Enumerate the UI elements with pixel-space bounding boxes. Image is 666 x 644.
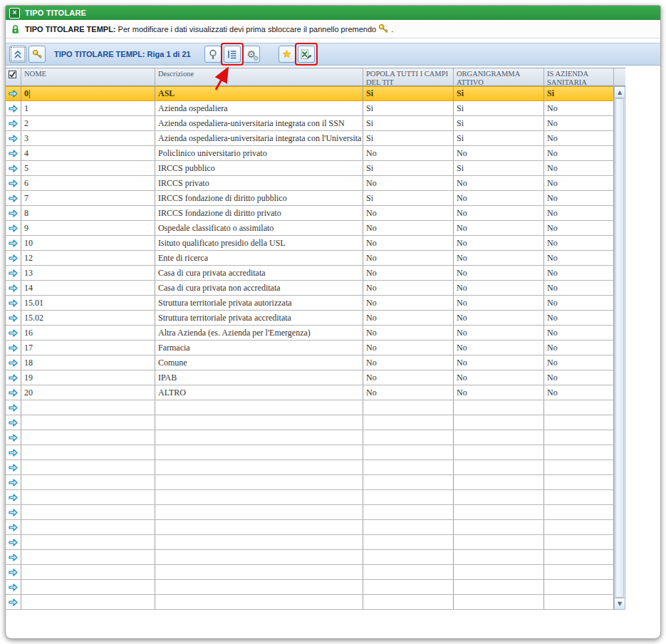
row-selector-arrow[interactable] — [6, 355, 21, 370]
scroll-down-button[interactable]: ▼ — [615, 598, 625, 609]
cell-descrizione[interactable]: Casa di cura privata non accreditata — [155, 281, 363, 295]
cell-nome[interactable]: 19 — [21, 370, 155, 385]
row-selector-arrow[interactable] — [6, 460, 21, 474]
table-row[interactable]: 2Azienda ospedaliera-universitaria integ… — [6, 116, 625, 131]
cell-popola_tutti[interactable]: No — [363, 281, 454, 295]
cell-is_azienda_sanitaria[interactable]: No — [544, 221, 614, 235]
cell-popola_tutti[interactable]: Si — [363, 87, 454, 100]
row-selector-arrow[interactable] — [6, 595, 21, 609]
cell-popola_tutti[interactable]: No — [363, 251, 454, 265]
cell-descrizione[interactable]: ALTRO — [155, 385, 363, 400]
search-button[interactable] — [204, 46, 222, 63]
cell-organigramma_attivo[interactable]: Si — [454, 87, 544, 100]
cell-organigramma_attivo[interactable]: Si — [454, 116, 544, 130]
table-row[interactable]: 0|ASLSiSiSi — [6, 86, 625, 101]
row-selector-arrow[interactable] — [6, 87, 21, 100]
cell-is_azienda_sanitaria[interactable]: No — [544, 116, 614, 130]
cell-nome[interactable]: 9 — [21, 221, 155, 235]
row-selector-arrow[interactable] — [6, 131, 21, 145]
cell-organigramma_attivo[interactable]: No — [454, 266, 544, 280]
cell-is_azienda_sanitaria[interactable]: No — [544, 206, 614, 220]
cell-popola_tutti[interactable]: No — [363, 206, 454, 220]
table-row-empty[interactable] — [6, 475, 625, 490]
cell-organigramma_attivo[interactable]: Si — [454, 101, 544, 115]
cell-is_azienda_sanitaria[interactable]: No — [544, 176, 614, 190]
row-selector-arrow[interactable] — [6, 580, 21, 594]
cell-organigramma_attivo[interactable]: No — [454, 221, 544, 235]
row-selector-arrow[interactable] — [6, 146, 21, 160]
cell-nome[interactable]: 0| — [21, 87, 155, 100]
cell-organigramma_attivo[interactable]: No — [454, 191, 544, 205]
cell-nome[interactable]: 16 — [21, 326, 155, 340]
cell-nome[interactable]: 18 — [21, 355, 155, 370]
row-selector-arrow[interactable] — [6, 236, 21, 250]
cell-organigramma_attivo[interactable]: No — [454, 385, 544, 400]
table-row[interactable]: 20ALTRONoNoNo — [6, 385, 625, 400]
table-row-empty[interactable] — [6, 430, 625, 445]
cell-nome[interactable]: 7 — [21, 191, 155, 205]
table-row[interactable]: 14Casa di cura privata non accreditataNo… — [6, 281, 625, 296]
cell-descrizione[interactable]: Ente di ricerca — [155, 251, 363, 265]
cell-is_azienda_sanitaria[interactable]: No — [544, 341, 614, 355]
cell-is_azienda_sanitaria[interactable]: No — [544, 236, 614, 250]
table-row[interactable]: 7IRCCS fondazione di diritto pubblicoSiN… — [6, 191, 625, 206]
cell-descrizione[interactable]: Azienda ospedaliera-universitaria integr… — [155, 131, 363, 145]
collapse-panel-button[interactable] — [9, 46, 26, 63]
row-selector-arrow[interactable] — [6, 475, 21, 489]
cell-descrizione[interactable]: Azienda ospedaliera — [155, 101, 363, 115]
table-row-empty[interactable] — [6, 565, 625, 580]
row-selector-arrow[interactable] — [6, 311, 21, 325]
table-row-empty[interactable] — [6, 490, 625, 505]
cell-descrizione[interactable]: ASL — [155, 87, 363, 100]
table-row[interactable]: 15.01Struttura territoriale privata auto… — [6, 296, 625, 311]
cell-descrizione[interactable]: Casa di cura privata accreditata — [155, 266, 363, 280]
cell-is_azienda_sanitaria[interactable]: No — [544, 131, 614, 145]
cell-descrizione[interactable]: Struttura territoriale privata autorizza… — [155, 296, 363, 310]
row-selector-arrow[interactable] — [6, 341, 21, 355]
row-selector-arrow[interactable] — [6, 221, 21, 235]
cell-popola_tutti[interactable]: Si — [363, 116, 454, 130]
table-row[interactable]: 16Altra Azienda (es. Azienda per l'Emerg… — [6, 326, 625, 341]
row-selector-arrow[interactable] — [6, 385, 21, 400]
table-row[interactable]: 5IRCCS pubblicoSiSiNo — [6, 161, 625, 176]
cell-popola_tutti[interactable]: No — [363, 326, 454, 340]
row-selector-arrow[interactable] — [6, 101, 21, 115]
cell-nome[interactable]: 4 — [21, 146, 155, 160]
cell-is_azienda_sanitaria[interactable]: Si — [544, 87, 614, 100]
cell-nome[interactable]: 14 — [21, 281, 155, 295]
cell-is_azienda_sanitaria[interactable]: No — [544, 101, 614, 115]
table-row[interactable]: 3Azienda ospedaliera-universitaria integ… — [6, 131, 625, 146]
column-header-descrizione[interactable]: Descrizione — [155, 68, 363, 85]
cell-organigramma_attivo[interactable]: No — [454, 296, 544, 310]
cell-popola_tutti[interactable]: Si — [363, 101, 454, 115]
table-row-empty[interactable] — [6, 505, 625, 520]
cell-nome[interactable]: 20 — [21, 385, 155, 400]
cell-is_azienda_sanitaria[interactable]: No — [544, 311, 614, 325]
cell-is_azienda_sanitaria[interactable]: No — [544, 385, 614, 400]
table-row[interactable]: 17FarmaciaNoNoNo — [6, 341, 625, 355]
cell-nome[interactable]: 10 — [21, 236, 155, 250]
row-selector-arrow[interactable] — [6, 565, 21, 579]
cell-popola_tutti[interactable]: No — [363, 355, 454, 370]
row-selector-arrow[interactable] — [6, 191, 21, 205]
row-selector-arrow[interactable] — [6, 445, 21, 459]
cell-organigramma_attivo[interactable]: No — [454, 281, 544, 295]
row-selector-arrow[interactable] — [6, 490, 21, 504]
cell-descrizione[interactable]: IRCCS pubblico — [155, 161, 363, 175]
cell-descrizione[interactable]: Altra Azienda (es. Azienda per l'Emergen… — [155, 326, 363, 340]
table-row[interactable]: 4Policlinico universitario privatoNoNoNo — [6, 146, 625, 161]
cell-organigramma_attivo[interactable]: No — [454, 236, 544, 250]
column-header-nome[interactable]: NOME — [21, 68, 155, 85]
cell-popola_tutti[interactable]: No — [363, 176, 454, 190]
cell-is_azienda_sanitaria[interactable]: No — [544, 191, 614, 205]
row-selector-arrow[interactable] — [6, 430, 21, 445]
favorites-button[interactable]: ★ — [279, 46, 296, 63]
select-all-checkbox[interactable] — [9, 71, 16, 78]
cell-is_azienda_sanitaria[interactable]: No — [544, 355, 614, 370]
cell-nome[interactable]: 6 — [21, 176, 155, 190]
row-selector-arrow[interactable] — [6, 176, 21, 190]
export-excel-button[interactable] — [298, 46, 315, 63]
cell-popola_tutti[interactable]: Si — [363, 161, 454, 175]
row-selector-arrow[interactable] — [6, 296, 21, 310]
row-selector-arrow[interactable] — [6, 370, 21, 385]
